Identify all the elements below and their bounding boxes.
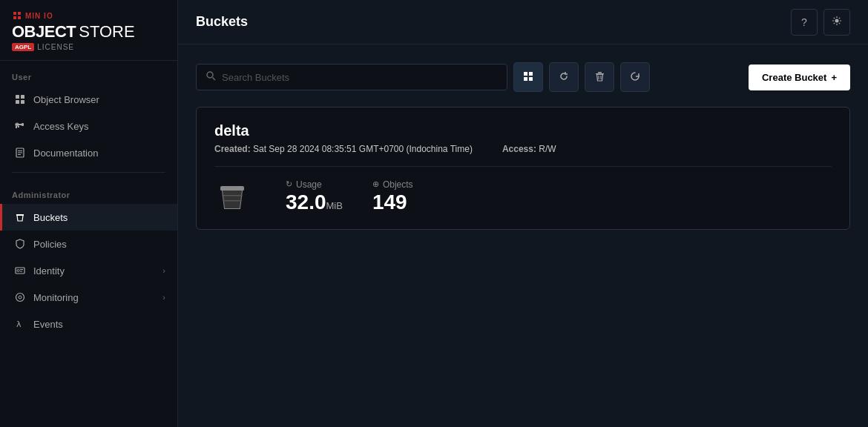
svg-rect-47 [220, 186, 244, 191]
identity-chevron-icon: › [162, 266, 165, 275]
bucket-visual-icon [214, 179, 250, 214]
svg-rect-0 [13, 12, 16, 15]
objects-icon: ⊕ [372, 179, 379, 189]
svg-rect-5 [21, 95, 24, 99]
search-box[interactable] [196, 64, 507, 90]
events-label: Events [33, 319, 165, 330]
usage-value: 32.0MiB [286, 191, 343, 214]
help-icon: ? [801, 16, 807, 28]
usage-number: 32.0 [286, 191, 326, 214]
svg-line-33 [839, 18, 840, 19]
id-icon [14, 265, 26, 277]
buckets-label: Buckets [33, 212, 165, 223]
user-section-label: User [0, 61, 177, 86]
sidebar: MIN IO OBJECT STORE AGPL LICENSE User Ob… [0, 0, 178, 427]
theme-toggle-button[interactable] [823, 9, 850, 36]
policies-label: Policies [33, 239, 165, 250]
toolbar: Create Bucket + [196, 62, 850, 92]
svg-point-26 [835, 19, 839, 23]
access-label: Access: [502, 144, 539, 154]
shield-icon [14, 238, 26, 250]
sidebar-divider [12, 172, 165, 173]
monitoring-label: Monitoring [33, 292, 155, 303]
bucket-card[interactable]: delta Created: Sat Sep 28 2024 08:35:51 … [196, 107, 850, 230]
identity-label: Identity [33, 265, 155, 277]
objects-label: Objects [383, 179, 413, 190]
svg-rect-14 [18, 150, 22, 151]
bucket-stats: ↻ Usage 32.0MiB ⊕ Objects 149 [214, 179, 832, 214]
svg-rect-38 [529, 72, 533, 76]
documentation-label: Documentation [33, 148, 165, 159]
svg-rect-3 [18, 16, 21, 19]
created-label: Created: [214, 144, 253, 154]
access-keys-label: Access Keys [33, 121, 165, 132]
header: Buckets ? [178, 0, 868, 44]
logo-store-text: STORE [79, 22, 134, 42]
svg-rect-22 [20, 271, 22, 272]
svg-rect-7 [21, 100, 24, 104]
usage-icon: ↻ [286, 179, 292, 189]
svg-point-35 [207, 72, 213, 78]
sidebar-item-monitoring[interactable]: Monitoring › [0, 284, 177, 311]
svg-text:λ: λ [16, 320, 22, 329]
svg-rect-1 [18, 12, 21, 15]
admin-section-label: Administrator [0, 179, 177, 204]
main-area: Buckets ? [178, 0, 868, 427]
logo-mini: MIN IO [12, 10, 165, 21]
svg-rect-21 [20, 269, 23, 270]
bucket-created: Created: Sat Sep 28 2024 08:35:51 GMT+07… [214, 144, 473, 154]
sidebar-item-object-browser[interactable]: Object Browser [0, 86, 177, 113]
reload-button[interactable] [620, 62, 650, 92]
minio-icon [12, 10, 22, 21]
bucket-icon [14, 211, 26, 223]
bucket-meta: Created: Sat Sep 28 2024 08:35:51 GMT+07… [214, 144, 832, 167]
grid-view-icon [523, 71, 533, 84]
objects-stat: ⊕ Objects 149 [372, 179, 413, 214]
svg-line-34 [834, 23, 835, 24]
logo-license: AGPL LICENSE [12, 43, 165, 51]
sidebar-item-events[interactable]: λ Events [0, 311, 177, 337]
svg-point-20 [17, 270, 19, 272]
monitor-icon [14, 291, 26, 303]
svg-rect-11 [16, 126, 17, 128]
delete-button[interactable] [585, 62, 614, 92]
logo-title: OBJECT STORE [12, 22, 165, 42]
svg-point-24 [19, 296, 22, 299]
sidebar-item-documentation[interactable]: Documentation [0, 139, 177, 166]
svg-rect-40 [529, 77, 533, 81]
sidebar-item-identity[interactable]: Identity › [0, 257, 177, 284]
sidebar-item-buckets[interactable]: Buckets [0, 204, 177, 231]
svg-rect-16 [18, 154, 21, 155]
logo-object-text: OBJECT [12, 22, 76, 42]
objects-value: 149 [372, 191, 413, 214]
svg-rect-6 [16, 100, 19, 104]
search-icon [206, 70, 216, 84]
theme-icon [832, 16, 842, 28]
doc-icon [14, 147, 26, 159]
create-bucket-plus-icon: + [831, 72, 837, 83]
license-label: LICENSE [37, 43, 74, 51]
page-title: Buckets [196, 14, 248, 30]
created-value: Sat Sep 28 2024 08:35:51 GMT+0700 (Indoc… [253, 144, 473, 154]
sidebar-item-access-keys[interactable]: Access Keys [0, 113, 177, 139]
bucket-name: delta [214, 122, 832, 139]
refresh-button[interactable] [549, 62, 579, 92]
svg-rect-48 [222, 195, 243, 196]
lambda-icon: λ [14, 318, 26, 330]
svg-rect-2 [13, 16, 16, 19]
monitoring-chevron-icon: › [162, 293, 165, 302]
sidebar-item-policies[interactable]: Policies [0, 231, 177, 257]
agpl-badge: AGPL [12, 43, 34, 51]
main-content: Create Bucket + delta Created: Sat Sep 2… [178, 44, 868, 427]
usage-unit: MiB [326, 200, 343, 211]
svg-rect-49 [223, 200, 242, 202]
help-button[interactable]: ? [791, 9, 818, 36]
svg-point-23 [16, 294, 24, 302]
header-actions: ? [791, 9, 850, 36]
create-bucket-button[interactable]: Create Bucket + [749, 64, 850, 90]
usage-label: Usage [296, 179, 322, 190]
grid-view-button[interactable] [513, 62, 543, 92]
search-input[interactable] [222, 72, 498, 83]
svg-rect-37 [524, 72, 527, 76]
bucket-access: Access: R/W [502, 144, 556, 154]
